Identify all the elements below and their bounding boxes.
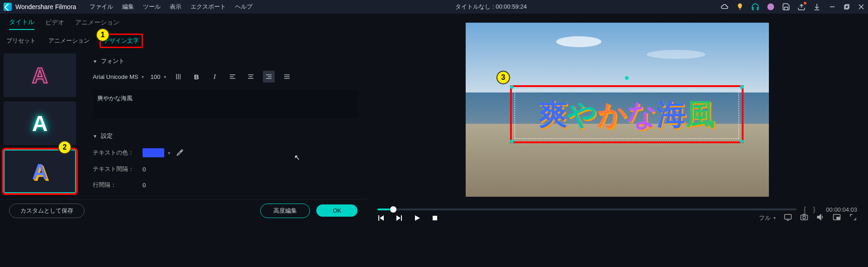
display-icon[interactable] (784, 213, 792, 223)
left-footer: カスタムとして保存 高度編集 OK (0, 199, 367, 222)
vertical-text-button[interactable] (172, 71, 184, 83)
preset-item[interactable]: A (4, 102, 76, 145)
line-spacing-value[interactable]: 0 (143, 182, 161, 189)
next-frame-button[interactable] (396, 214, 403, 222)
italic-button[interactable]: I (209, 71, 220, 83)
export-icon[interactable] (797, 3, 806, 11)
svg-rect-25 (401, 215, 402, 221)
menu-view[interactable]: 表示 (170, 3, 181, 11)
volume-icon[interactable] (816, 213, 825, 223)
left-panel: タイトル ビデオ アニメーション プリセット アニメーション デザイン文字 1 … (0, 14, 367, 222)
preset-list[interactable]: A A A 2 (0, 50, 84, 199)
stop-button[interactable] (432, 215, 438, 221)
svg-rect-34 (837, 217, 839, 219)
chevron-down-icon: ▼ (93, 134, 97, 139)
pip-icon[interactable] (833, 213, 841, 223)
line-spacing-row: 行間隔： 0 (93, 181, 358, 189)
mark-in-button[interactable]: { (804, 206, 806, 213)
section-font[interactable]: ▼フォント (93, 57, 358, 65)
preview-text[interactable]: 爽やかな海風 (539, 95, 715, 134)
cloud-icon[interactable] (720, 3, 729, 11)
preview-area: 3 爽やかな海風 (367, 14, 868, 206)
fullscreen-icon[interactable] (849, 213, 857, 223)
quality-select[interactable]: フル▾ (759, 214, 776, 222)
chevron-down-icon: ▼ (93, 59, 97, 64)
eyedropper-icon[interactable] (176, 149, 184, 157)
tab-video[interactable]: ビデオ (45, 16, 64, 29)
align-justify-button[interactable] (281, 71, 293, 83)
save-custom-button[interactable]: カスタムとして保存 (9, 204, 85, 218)
menu-edit[interactable]: 編集 (122, 3, 134, 11)
svg-marker-26 (415, 215, 420, 221)
section-settings-label: 設定 (101, 132, 113, 140)
download-icon[interactable] (813, 3, 821, 11)
mark-out-button[interactable]: } (813, 206, 816, 213)
right-panel: 3 爽やかな海風 { } 00:00:04:03 (367, 14, 868, 222)
window-controls (829, 4, 864, 10)
preset-item-selected[interactable]: A (4, 150, 76, 193)
chevron-down-icon: ▾ (142, 74, 144, 79)
minimize-button[interactable] (829, 4, 835, 10)
text-spacing-value[interactable]: 0 (143, 166, 161, 173)
upper-tabs: タイトル ビデオ アニメーション (0, 14, 367, 32)
font-size-select[interactable]: 100▾ (150, 72, 166, 82)
play-button[interactable] (414, 214, 421, 222)
scrub-thumb[interactable] (390, 206, 396, 213)
text-spacing-label: テキスト間隔： (93, 165, 143, 173)
text-color-swatch[interactable] (143, 148, 164, 157)
main-container: タイトル ビデオ アニメーション プリセット アニメーション デザイン文字 1 … (0, 14, 868, 222)
line-spacing-label: 行間隔： (93, 181, 143, 189)
lower-tabs: プリセット アニメーション デザイン文字 1 (0, 32, 367, 50)
close-button[interactable] (858, 4, 864, 10)
bold-button[interactable]: B (191, 71, 202, 83)
text-selection-box[interactable]: 爽やかな海風 (510, 85, 744, 143)
annotation-badge-2: 2 (58, 141, 72, 154)
annotation-badge-1: 1 (96, 28, 110, 42)
headphones-icon[interactable] (751, 3, 759, 11)
maximize-button[interactable] (844, 4, 850, 10)
text-color-row: テキストの色： ▾ (93, 148, 358, 157)
svg-point-0 (768, 4, 774, 10)
menu-tools[interactable]: ツール (143, 3, 161, 11)
scrub-track[interactable] (377, 209, 796, 210)
prev-frame-button[interactable] (377, 214, 385, 222)
section-settings[interactable]: ▼設定 (93, 132, 358, 140)
menu-file[interactable]: ファイル (90, 3, 113, 11)
tab-animation[interactable]: アニメーション (75, 16, 119, 29)
svg-rect-28 (785, 214, 792, 219)
save-icon[interactable] (782, 3, 790, 11)
chevron-down-icon[interactable]: ▾ (168, 150, 170, 155)
align-left-button[interactable] (227, 71, 238, 83)
title-bar: Wondershare Filmora ファイル 編集 ツール 表示 エクスポー… (0, 0, 868, 14)
profile-icon[interactable] (767, 3, 775, 11)
left-body: A A A 2 ▼フォント Arial Unicode MS▾ 100▾ B I (0, 50, 367, 199)
section-font-label: フォント (101, 57, 124, 65)
advanced-edit-button[interactable]: 高度編集 (260, 204, 310, 218)
lightbulb-icon[interactable] (736, 3, 744, 11)
subtab-preset[interactable]: プリセット (4, 35, 38, 47)
text-spacing-row: テキスト間隔： 0 (93, 165, 358, 173)
svg-marker-24 (396, 215, 401, 221)
settings-pane: ▼フォント Arial Unicode MS▾ 100▾ B I ▼設定 テキス… (84, 50, 367, 199)
ok-button[interactable]: OK (316, 204, 358, 217)
tab-title[interactable]: タイトル (9, 15, 34, 30)
align-center-button[interactable] (245, 71, 257, 83)
chevron-down-icon: ▾ (164, 74, 166, 79)
snapshot-icon[interactable] (800, 213, 808, 223)
preset-item[interactable]: A (4, 53, 76, 97)
scrub-bar: { } 00:00:04:03 (367, 206, 868, 213)
app-name: Wondershare Filmora (15, 3, 76, 10)
titlebar-icons (720, 3, 821, 11)
align-right-button[interactable] (263, 71, 275, 83)
font-family-select[interactable]: Arial Unicode MS▾ (93, 72, 144, 82)
subtab-animation[interactable]: アニメーション (46, 35, 92, 47)
project-title: タイトルなし : 00:00:59:24 (262, 3, 720, 11)
title-text-input[interactable] (93, 90, 358, 119)
timecode: 00:00:04:03 (826, 206, 857, 213)
annotation-badge-3: 3 (496, 71, 510, 84)
preview-canvas[interactable]: 3 爽やかな海風 (466, 23, 769, 197)
font-toolbar: Arial Unicode MS▾ 100▾ B I (93, 71, 358, 83)
menu-help[interactable]: ヘルプ (235, 3, 253, 11)
player-controls: フル▾ (367, 213, 868, 223)
menu-export[interactable]: エクスポート (191, 3, 226, 11)
